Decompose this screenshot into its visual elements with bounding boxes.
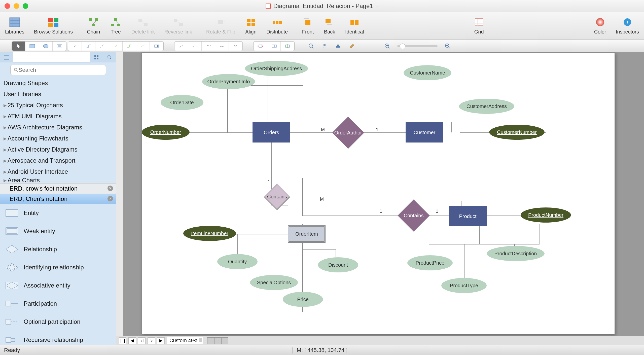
shape-entity[interactable]: Entity [0,204,116,222]
connector-3[interactable] [95,42,109,51]
page-tab[interactable] [214,337,221,344]
attr-customer-address[interactable]: CustomerAddress [459,99,514,114]
delete-link-button[interactable]: Delete link [129,16,157,36]
entity-customer[interactable]: Customer [406,122,443,143]
libraries-button[interactable]: Libraries [3,16,26,36]
chain-button[interactable]: Chain [85,16,102,36]
align-button[interactable]: Align [243,16,259,36]
rel-contains-2[interactable]: Contains [398,199,430,231]
zoom-slider[interactable] [397,45,438,47]
shape-optional-participation[interactable]: Optional participation [0,313,116,331]
search-box[interactable] [10,65,106,75]
text-tool[interactable] [53,42,66,51]
sidebar-filter-input[interactable] [13,52,90,62]
entity-order-item[interactable]: OrderItem [288,225,326,243]
category-item[interactable]: ▶AWS Architecture Diagrams [0,122,116,133]
canvas-area[interactable]: OrderShippingAddress OrderPayment Info O… [116,52,644,345]
category-item[interactable]: ▶Active Directory Diagrams [0,144,116,155]
inspectors-button[interactable]: i Inspectors [614,16,641,36]
attr-item-line-number[interactable]: ItemLineNumber [183,226,236,241]
snap-tool-1[interactable] [254,42,267,51]
grid-view-button[interactable] [90,52,103,62]
pager-prev[interactable]: ◁ [138,337,146,344]
shape-associative-entity[interactable]: Associative entity [0,276,116,295]
browse-solutions-button[interactable]: Browse Solutions [32,16,75,36]
zoom-out-button[interactable] [381,42,393,51]
category-item[interactable]: ▶Area Charts [0,177,116,183]
attr-special-options[interactable]: SpecialOptions [250,275,298,290]
chevron-down-icon[interactable]: ⌵ [376,3,378,9]
attr-order-date[interactable]: OrderDate [161,95,203,110]
connector-1[interactable] [68,42,82,51]
library-tab-chen[interactable]: ERD, Chen's notation× [0,194,116,204]
attr-order-shipping[interactable]: OrderShippingAddress [245,61,308,76]
line-tool-2[interactable] [188,42,202,51]
attr-customer-number[interactable]: CustomerNumber [489,125,545,140]
category-item[interactable]: ▶Android User Interface [0,166,116,177]
zoom-select[interactable]: Custom 49% [167,337,203,344]
pager-pause[interactable]: ❙❙ [119,337,126,344]
connector-7[interactable] [150,42,163,51]
zoom-in-tool[interactable] [305,42,317,51]
line-tool-4[interactable] [215,42,229,51]
attr-quantity[interactable]: Quantity [217,254,258,269]
category-item[interactable]: ▶Accounting Flowcharts [0,133,116,144]
shape-identifying-relationship[interactable]: Identifying relationship [0,258,116,276]
attr-product-type[interactable]: ProductType [441,278,487,293]
search-toggle-button[interactable] [103,52,116,62]
line-tool-5[interactable] [229,42,242,51]
rel-order-author[interactable]: OrderAuthor [332,117,364,149]
zoom-in-button[interactable] [442,42,454,51]
minimize-window-button[interactable] [14,3,19,9]
page-tab[interactable] [221,337,228,344]
tree-button[interactable]: Tree [108,16,124,36]
reverse-link-button[interactable]: Reverse link [162,16,194,36]
distribute-button[interactable]: Distribute [265,16,290,36]
connector-4[interactable] [109,42,123,51]
entity-orders[interactable]: Orders [253,122,290,143]
pager-first[interactable]: ◀ [128,337,136,344]
attr-product-description[interactable]: ProductDescription [487,246,545,261]
grid-button[interactable]: Grid [471,16,487,36]
maximize-window-button[interactable] [23,3,28,9]
connector-5[interactable] [123,42,136,51]
connector-6[interactable] [136,42,150,51]
attr-discount[interactable]: Discount [318,257,358,272]
entity-product[interactable]: Product [449,206,487,226]
attr-product-number[interactable]: ProductNumber [521,207,571,223]
stamp-tool[interactable] [332,42,344,51]
snap-tool-3[interactable] [281,42,294,51]
connector-2[interactable] [82,42,95,51]
close-icon[interactable]: × [108,186,113,191]
back-button[interactable]: Back [321,16,338,36]
shape-participation[interactable]: Participation [0,295,116,313]
attr-order-number[interactable]: OrderNumber [142,125,190,140]
pan-tool[interactable] [319,42,331,51]
category-item[interactable]: ▶25 Typical Orgcharts [0,100,116,111]
rel-contains-1[interactable]: Contains [264,183,290,210]
pager-next[interactable]: ▷ [148,337,155,344]
canvas[interactable]: OrderShippingAddress OrderPayment Info O… [141,52,615,334]
close-icon[interactable]: × [108,196,113,201]
category-item[interactable]: User Libraries [0,89,116,100]
search-input[interactable] [19,67,103,73]
attr-order-payment[interactable]: OrderPayment Info [202,74,255,89]
library-tab-crowfoot[interactable]: ERD, crow's foot notation× [0,183,116,194]
attr-price[interactable]: Price [283,292,323,307]
close-window-button[interactable] [5,3,10,9]
rect-tool[interactable] [25,42,39,51]
identical-button[interactable]: Identical [343,16,366,36]
pointer-tool[interactable] [12,42,25,51]
color-button[interactable]: Color [592,16,608,36]
category-item[interactable]: ▶ATM UML Diagrams [0,111,116,122]
snap-tool-2[interactable] [267,42,281,51]
shape-recursive-relationship[interactable]: Recursive relationship [0,331,116,345]
attr-product-price[interactable]: ProductPrice [407,255,453,270]
category-item[interactable]: Drawing Shapes [0,78,116,89]
line-tool-1[interactable] [174,42,188,51]
pager-last[interactable]: ▶ [157,337,165,344]
page-tab[interactable] [207,337,214,344]
rotate-flip-button[interactable]: Rotate & Flip [204,16,237,36]
ellipse-tool[interactable] [39,42,53,51]
pencil-tool[interactable] [346,42,358,51]
